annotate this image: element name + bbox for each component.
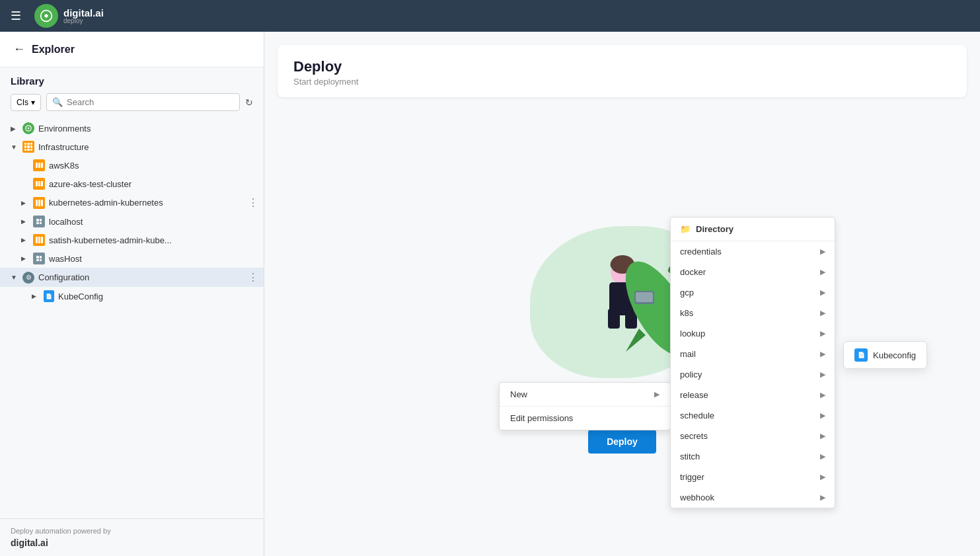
directory-menu: 📁 Directory credentials ▶ docker ▶ gcp ▶… xyxy=(670,217,835,508)
awsk8s-label: awsK8s xyxy=(49,161,253,171)
svg-rect-10 xyxy=(636,292,653,302)
back-button[interactable]: ← xyxy=(13,42,25,56)
dir-release-arrow: ▶ xyxy=(820,391,825,399)
tree-item-environments[interactable]: ▶ Environments xyxy=(0,119,264,138)
tree-item-azure-aks[interactable]: azure-aks-test-cluster xyxy=(0,175,264,193)
dir-item-release[interactable]: release ▶ xyxy=(671,385,835,405)
dir-secrets-arrow: ▶ xyxy=(820,432,825,440)
context-menu: New ▶ Edit permissions xyxy=(499,382,671,430)
infrastructure-label: Infrastructure xyxy=(38,142,253,152)
washost-label: wasHost xyxy=(49,254,253,264)
dir-docker-arrow: ▶ xyxy=(820,268,825,276)
dir-stitch-label: stitch xyxy=(680,452,700,461)
dir-item-mail[interactable]: mail ▶ xyxy=(671,344,835,364)
dir-schedule-label: schedule xyxy=(680,411,714,420)
sidebar-header: ← Explorer xyxy=(0,32,264,67)
kubeconfig-tooltip-label: Kubeconfig xyxy=(873,350,916,360)
tree-item-infrastructure[interactable]: ▼ Infrastructure xyxy=(0,138,264,156)
tree-item-kubernetes-admin[interactable]: ▶ kubernetes-admin-kubernetes ⋮ xyxy=(0,193,264,212)
tree-container: ▶ Environments ▼ Infrastructure xyxy=(0,116,264,518)
satish-kubernetes-label: satish-kubernetes-admin-kube... xyxy=(49,235,253,245)
dir-item-policy[interactable]: policy ▶ xyxy=(671,364,835,385)
washost-icon xyxy=(33,253,45,264)
configuration-label: Configuration xyxy=(38,272,241,282)
tree-item-washost[interactable]: ▶ wasHost xyxy=(0,249,264,268)
dir-policy-label: policy xyxy=(680,370,702,379)
satish-kubernetes-icon xyxy=(33,234,45,246)
dir-lookup-label: lookup xyxy=(680,329,705,338)
footer-logo: digital.ai xyxy=(11,537,253,548)
dir-item-trigger[interactable]: trigger ▶ xyxy=(671,467,835,487)
dir-trigger-label: trigger xyxy=(680,472,704,482)
logo: digital.ai deploy xyxy=(34,4,104,28)
kubernetes-admin-icon xyxy=(33,197,45,209)
library-label: Library xyxy=(11,75,253,87)
search-box: 🔍 xyxy=(46,93,240,111)
dir-item-schedule[interactable]: schedule ▶ xyxy=(671,405,835,426)
dir-release-label: release xyxy=(680,390,708,400)
tree-item-satish-kubernetes[interactable]: ▶ satish-kubernetes-admin-kube... xyxy=(0,231,264,249)
dir-item-secrets[interactable]: secrets ▶ xyxy=(671,426,835,446)
configuration-more[interactable]: ⋮ xyxy=(245,271,261,284)
dir-k8s-label: k8s xyxy=(680,308,693,318)
refresh-button[interactable]: ↻ xyxy=(245,97,253,108)
deploy-panel: Deploy Start deployment xyxy=(264,32,980,556)
dir-docker-label: docker xyxy=(680,267,706,277)
context-menu-new[interactable]: New ▶ xyxy=(500,383,670,406)
environments-label: Environments xyxy=(38,124,253,134)
tree-arrow-infra: ▼ xyxy=(11,143,19,151)
dir-credentials-label: credentials xyxy=(680,247,722,257)
awsk8s-icon xyxy=(33,159,45,171)
search-icon: 🔍 xyxy=(52,97,63,107)
directory-header-label: Directory xyxy=(696,224,734,234)
dir-k8s-arrow: ▶ xyxy=(820,309,825,317)
context-new-label: New xyxy=(510,389,527,399)
dir-gcp-label: gcp xyxy=(680,288,694,298)
kubernetes-admin-more[interactable]: ⋮ xyxy=(245,196,261,209)
search-row: CIs ▾ 🔍 ↻ xyxy=(11,93,253,111)
logo-icon xyxy=(34,4,58,28)
dir-item-k8s[interactable]: k8s ▶ xyxy=(671,303,835,323)
kubeconfig-tooltip: 📄 Kubeconfig xyxy=(843,341,927,369)
dir-policy-arrow: ▶ xyxy=(820,370,825,379)
main-content: Deploy Start deployment xyxy=(264,32,980,556)
tree-item-awsk8s[interactable]: awsK8s xyxy=(0,156,264,175)
deploy-illustration: Start your first deployment and utilize … xyxy=(264,110,980,556)
context-new-arrow: ▶ xyxy=(654,390,660,399)
dir-webhook-label: webhook xyxy=(680,493,714,502)
deploy-title: Deploy xyxy=(293,58,951,75)
environments-icon xyxy=(22,122,34,134)
dir-credentials-arrow: ▶ xyxy=(820,247,825,256)
localhost-icon xyxy=(33,216,45,227)
search-input[interactable] xyxy=(67,97,234,107)
footer-powered-text: Deploy automation powered by xyxy=(11,527,253,535)
tree-item-kubeconfig[interactable]: ▶ 📄 KubeConfig xyxy=(0,287,264,305)
sidebar-footer: Deploy automation powered by digital.ai xyxy=(0,518,264,556)
dir-item-docker[interactable]: docker ▶ xyxy=(671,262,835,282)
context-menu-edit-permissions[interactable]: Edit permissions xyxy=(500,407,670,430)
dir-mail-arrow: ▶ xyxy=(820,350,825,358)
azure-aks-label: azure-aks-test-cluster xyxy=(49,179,253,189)
dir-item-lookup[interactable]: lookup ▶ xyxy=(671,323,835,344)
directory-header: 📁 Directory xyxy=(671,218,835,241)
sidebar: ← Explorer Library CIs ▾ 🔍 ↻ ▶ xyxy=(0,32,264,556)
dir-item-webhook[interactable]: webhook ▶ xyxy=(671,487,835,508)
localhost-label: localhost xyxy=(49,217,253,227)
kubeconfig-icon-tree: 📄 xyxy=(44,290,54,302)
configuration-icon: ⚙ xyxy=(22,272,34,284)
context-edit-label: Edit permissions xyxy=(510,413,573,423)
tree-item-configuration[interactable]: ▼ ⚙ Configuration ⋮ xyxy=(0,268,264,287)
dir-item-stitch[interactable]: stitch ▶ xyxy=(671,446,835,467)
tree-item-localhost[interactable]: ▶ localhost xyxy=(0,212,264,231)
deploy-subtitle: Start deployment xyxy=(293,77,951,87)
dir-schedule-arrow: ▶ xyxy=(820,411,825,420)
ci-select[interactable]: CIs ▾ xyxy=(11,94,41,111)
dir-mail-label: mail xyxy=(680,349,696,359)
dir-lookup-arrow: ▶ xyxy=(820,329,825,338)
chevron-down-icon: ▾ xyxy=(31,98,35,107)
dir-item-gcp[interactable]: gcp ▶ xyxy=(671,282,835,303)
hamburger-icon[interactable]: ☰ xyxy=(11,9,21,23)
dir-item-credentials[interactable]: credentials ▶ xyxy=(671,241,835,262)
deploy-button[interactable]: Deploy xyxy=(588,430,656,454)
dir-webhook-arrow: ▶ xyxy=(820,493,825,502)
